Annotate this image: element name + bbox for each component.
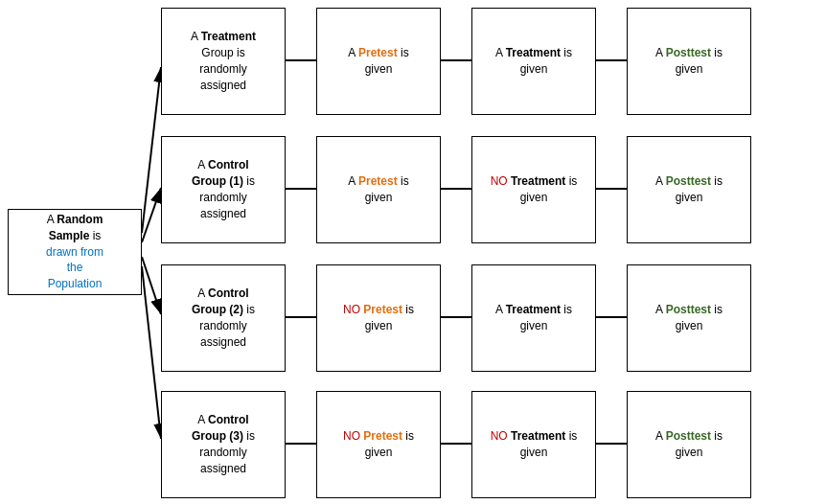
row1-col4-box: A Posttest isgiven — [627, 8, 751, 115]
r4c4-bold: Posttest — [666, 429, 711, 443]
svg-line-0 — [142, 67, 161, 233]
row3-col4-box: A Posttest isgiven — [627, 264, 751, 372]
svg-line-1 — [142, 188, 161, 242]
row3-col2-box: NO Pretest isgiven — [316, 264, 441, 372]
row2-col1-box: A ControlGroup (1) israndomlyassigned — [161, 136, 286, 243]
row1-col2-box: A Pretest isgiven — [316, 8, 441, 115]
row2-col2-box: A Pretest isgiven — [316, 136, 441, 243]
row2-col4-box: A Posttest isgiven — [627, 136, 751, 243]
r2c2-bold: Pretest — [358, 174, 398, 188]
svg-line-3 — [142, 266, 161, 439]
r1c1-bold: Treatment — [201, 30, 256, 43]
r3c1-bold: ControlGroup (2) — [192, 286, 249, 316]
row4-col1-box: A ControlGroup (3) israndomlyassigned — [161, 391, 286, 498]
r4c3-no: NO — [491, 429, 511, 443]
r3c2-no: NO — [343, 303, 363, 316]
r2c3-bold: Treatment — [511, 174, 565, 188]
r1c3-bold: Treatment — [506, 46, 561, 59]
diagram: A RandomSample isdrawn fromthePopulation… — [0, 0, 826, 504]
source-random-label: RandomSample — [49, 213, 103, 242]
r4c2-no: NO — [343, 429, 363, 443]
r1c2-bold: Pretest — [358, 46, 398, 59]
r3c4-bold: Posttest — [666, 303, 711, 316]
r4c2-bold: Pretest — [363, 429, 402, 443]
row1-col1-box: A TreatmentGroup israndomlyassigned — [161, 8, 286, 115]
row4-col4-box: A Posttest isgiven — [627, 391, 751, 498]
row2-col3-box: NO Treatment isgiven — [471, 136, 596, 243]
source-box: A RandomSample isdrawn fromthePopulation — [8, 209, 142, 295]
r2c1-bold: ControlGroup (1) — [192, 158, 249, 188]
row4-col3-box: NO Treatment isgiven — [471, 391, 596, 498]
r2c4-bold: Posttest — [666, 174, 711, 188]
row3-col1-box: A ControlGroup (2) israndomlyassigned — [161, 264, 286, 372]
r4c3-bold: Treatment — [511, 429, 565, 443]
source-drawn-label: drawn fromthePopulation — [46, 245, 103, 291]
r2c3-no: NO — [491, 174, 511, 188]
r3c2-bold: Pretest — [363, 303, 402, 316]
row4-col2-box: NO Pretest isgiven — [316, 391, 441, 498]
svg-line-2 — [142, 257, 161, 314]
r1c4-bold: Posttest — [666, 46, 711, 59]
r4c1-bold: ControlGroup (3) — [192, 413, 249, 443]
row3-col3-box: A Treatment isgiven — [471, 264, 596, 372]
row1-col3-box: A Treatment isgiven — [471, 8, 596, 115]
r3c3-bold: Treatment — [506, 303, 561, 316]
